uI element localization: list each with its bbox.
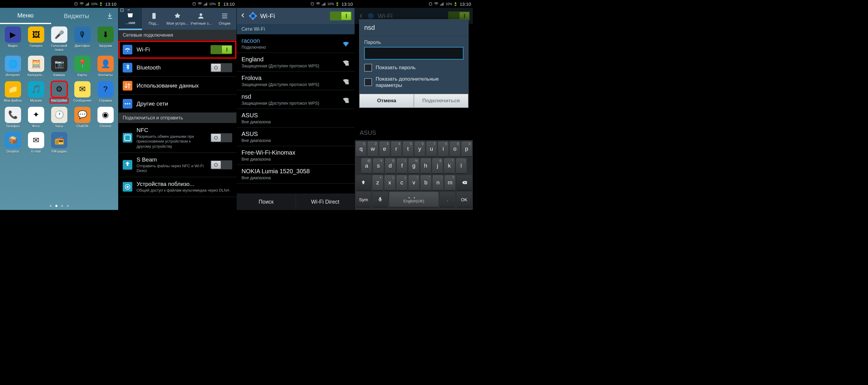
advanced-options-checkbox[interactable]: Показать дополнительные параметры [364, 76, 463, 89]
app-карты[interactable]: 📍Карты [71, 56, 94, 77]
setting-row-nfc[interactable]: NFCРазрешить обмен данными при прикоснов… [119, 123, 237, 153]
settings-tab-1[interactable]: Под... [142, 8, 165, 30]
tab-menu[interactable]: Меню [0, 8, 51, 24]
wifi-screen: 10% 13:10 Wi-Fi Сети Wi-Fi racoonПодключ… [237, 0, 354, 210]
key-fn shift[interactable] [356, 175, 371, 191]
key-u[interactable]: u7 [426, 141, 437, 157]
app-видео[interactable]: ▶Видео [1, 27, 24, 52]
app-галерея[interactable]: 🖼Галерея [24, 27, 48, 52]
setting-row-wifi[interactable]: Wi-Fi [119, 41, 237, 59]
app-камера[interactable]: 📷Камера [48, 56, 71, 77]
setting-row-sbeam[interactable]: S BeamОтправить файлы через NFC и Wi-Fi … [119, 153, 237, 178]
key-space[interactable]: ◂▸English(UK) [389, 192, 438, 207]
app-часы[interactable]: 🕐Часы [48, 107, 71, 128]
key-k[interactable]: k* [444, 158, 455, 174]
key-a[interactable]: a@ [361, 158, 372, 174]
key-m[interactable]: m? [444, 175, 455, 191]
settings-tab-3[interactable]: Учетные з... [189, 8, 213, 30]
setting-row-nearby[interactable]: Устройства поблизо...Общий доступ к файл… [119, 177, 237, 197]
key-g[interactable]: g% [408, 158, 419, 174]
setting-row-bt[interactable]: Bluetooth [119, 59, 237, 77]
app-fm-радио[interactable]: 📻FM-радио [48, 132, 71, 153]
wifi-toggle[interactable] [330, 11, 351, 21]
svg-point-11 [127, 186, 129, 188]
key-y[interactable]: y6 [414, 141, 425, 157]
back-button[interactable] [240, 12, 246, 20]
app-фото[interactable]: ✦Фото [24, 107, 48, 128]
key-i[interactable]: i8 [438, 141, 448, 157]
key-r[interactable]: r4 [391, 141, 402, 157]
setting-row-data[interactable]: Использование данных [119, 77, 237, 95]
app-диктофон[interactable]: 🎙Диктофон [71, 27, 94, 52]
toggle[interactable] [211, 63, 232, 72]
key-l[interactable]: l- [456, 158, 466, 174]
password-input[interactable] [364, 47, 463, 60]
key-OK[interactable]: OK [457, 192, 472, 207]
network-item[interactable]: racoonПодключено [237, 34, 354, 53]
network-item[interactable]: nsdЗащищенная (Доступен протокол WPS) [237, 90, 354, 109]
app-chrome[interactable]: ◉Chrome [94, 107, 117, 128]
app-справка[interactable]: ?Справка [94, 81, 117, 103]
app-мои-файлы[interactable]: 📁Мои файлы [1, 81, 24, 103]
download-button[interactable] [102, 8, 118, 24]
app-настройки[interactable]: ⚙Настройки [48, 81, 71, 103]
settings-tab-2[interactable]: Мое устро... [166, 8, 189, 30]
app-калькуля-[interactable]: 🧮Калькуля... [24, 56, 48, 77]
network-list: racoonПодключеноEnglandЗащищенная (Досту… [237, 34, 354, 184]
key-fn bksp[interactable] [457, 175, 472, 191]
key-f[interactable]: f/ [397, 158, 407, 174]
app-загрузки[interactable]: ⬇Загрузки [94, 27, 117, 52]
tab-widgets[interactable]: Виджеты [51, 8, 102, 24]
key-q[interactable]: q1 [356, 141, 366, 157]
key-z[interactable]: z+ [372, 175, 383, 191]
settings-tab-4[interactable]: Опции [213, 8, 237, 30]
key-w[interactable]: w2 [368, 141, 378, 157]
app-голосовой-поиск[interactable]: 🎤Голосовой поиск [48, 27, 71, 52]
key-n[interactable]: n: [433, 175, 443, 191]
battery-percent: 10% [91, 2, 97, 6]
key-p[interactable]: p0 [461, 141, 472, 157]
key-v[interactable]: v! [408, 175, 419, 191]
search-button[interactable]: Поиск [237, 194, 296, 210]
network-item[interactable]: EnglandЗащищенная (Доступен протокол WPS… [237, 53, 354, 72]
keyboard: q1w2e3r4t5y6u7i8o9p0 a@s#d$f/g%h'j&k*l- … [355, 140, 473, 210]
network-item[interactable]: FrolovaЗащищенная (Доступен протокол WPS… [237, 72, 354, 90]
key-t[interactable]: t5 [403, 141, 413, 157]
network-item[interactable]: ASUSВне диапазона [237, 128, 354, 146]
key-Sym[interactable]: Sym [356, 192, 371, 207]
show-password-checkbox[interactable]: Показать пароль [364, 64, 463, 72]
wifi-direct-button[interactable]: Wi-Fi Direct [296, 194, 355, 210]
app-интернет[interactable]: 🌐Интернет [1, 56, 24, 77]
section-header: Подключиться и отправить [119, 113, 237, 123]
key-o[interactable]: o9 [450, 141, 460, 157]
app-контакты[interactable]: 👤Контакты [94, 56, 117, 77]
connect-button[interactable]: Подключиться [414, 94, 468, 108]
key-mic[interactable] [372, 192, 388, 207]
toggle[interactable] [211, 160, 232, 169]
app-телефон[interactable]: 📞Телефон [1, 107, 24, 128]
key-d[interactable]: d$ [385, 158, 396, 174]
app-chaton[interactable]: 💬ChatON [71, 107, 94, 128]
key-b[interactable]: b" [421, 175, 431, 191]
page-dots [0, 205, 118, 207]
svg-point-8 [127, 103, 128, 104]
app-e-mail[interactable]: ✉E-mail [24, 132, 48, 153]
key-e[interactable]: e3 [379, 141, 390, 157]
key-x[interactable]: x( [384, 175, 395, 191]
setting-row-more[interactable]: Другие сети [119, 95, 237, 113]
app-dropbox[interactable]: 📦Dropbox [1, 132, 24, 153]
key-c[interactable]: c) [396, 175, 407, 191]
network-item[interactable]: ASUSВне диапазона [237, 109, 354, 128]
key-h[interactable]: h' [421, 158, 431, 174]
key-s[interactable]: s# [373, 158, 383, 174]
app-музыка[interactable]: 🎵Музыка [24, 81, 48, 103]
key-.[interactable]: . [440, 192, 455, 207]
toggle[interactable] [211, 133, 232, 142]
toggle[interactable] [211, 45, 232, 54]
key-j[interactable]: j& [432, 158, 443, 174]
network-item[interactable]: Free-Wi-Fi-KinomaxВне диапазона [237, 146, 354, 165]
network-item[interactable]: NOKIA Lumia 1520_3058Вне диапазона [237, 165, 354, 184]
cancel-button[interactable]: Отмена [360, 94, 414, 108]
app-сообщения[interactable]: ✉Сообщения [71, 81, 94, 103]
app-label: Сообщения [73, 99, 91, 103]
